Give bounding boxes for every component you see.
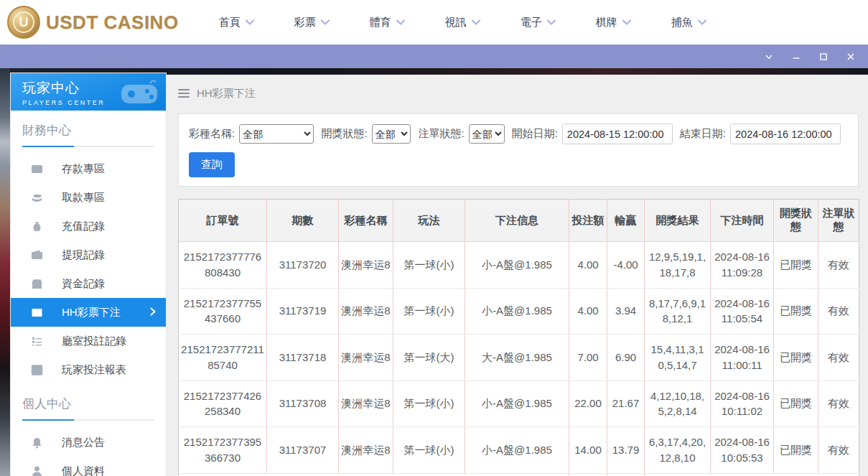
col-period: 期數 <box>267 200 339 242</box>
nav-item-home[interactable]: 首頁 <box>219 16 254 29</box>
table-cell: 2024-08-16 11:05:54 <box>711 288 774 335</box>
table-cell: 2152172377776808430 <box>179 242 267 289</box>
content-area: 玩家中心 PLAYERS CENTER 財務中心 存款專區 <box>0 68 868 476</box>
table-cell: 8,17,7,6,9,18,12,1 <box>645 288 711 335</box>
nav-item-fishing[interactable]: 捕魚 <box>671 16 706 29</box>
col-draw-result: 開獎結果 <box>645 200 711 242</box>
sidebar-item-label: HH彩票下注 <box>62 306 121 319</box>
chevron-right-icon <box>150 307 156 316</box>
nav-item-cards[interactable]: 棋牌 <box>596 16 631 29</box>
table-cell: 澳洲幸运8 <box>339 288 393 335</box>
table-body: 215217237777680843031173720澳洲幸运8第一球(小)小-… <box>179 242 859 474</box>
nav-label: 彩票 <box>294 16 316 29</box>
table-cell: 有效 <box>818 242 859 289</box>
table-row: 215217237742625834031173708澳洲幸运8第一球(小)小-… <box>179 381 859 427</box>
table-summary: 當前頁統計 51.00 42.30 總統計 51.00 42.30 <box>179 473 859 476</box>
nav-item-lottery[interactable]: 彩票 <box>294 16 330 29</box>
window-maximize-button[interactable] <box>818 51 829 62</box>
table-cell: 小-A盤@1.985 <box>465 242 569 289</box>
table-cell: 已開獎 <box>774 427 818 474</box>
table-cell: 已開獎 <box>774 381 818 427</box>
sidebar-item-room-bet-records[interactable]: 廳室投註記錄 <box>11 327 166 355</box>
table-cell: 4,12,10,18,5,2,8,14 <box>645 381 711 427</box>
bell-icon <box>31 437 43 449</box>
table-cell: 已開獎 <box>774 335 818 381</box>
report-chart-icon <box>31 364 43 376</box>
nav-item-slots[interactable]: 電子 <box>521 16 556 29</box>
maximize-icon <box>819 52 828 61</box>
table-cell: 2024-08-16 11:00:11 <box>711 335 774 381</box>
funds-icon <box>31 278 43 290</box>
table-row: 215217237777680843031173720澳洲幸运8第一球(小)小-… <box>179 242 859 289</box>
lottery-name-select[interactable]: 全部 <box>239 124 314 144</box>
table-cell: 大-A盤@1.985 <box>465 335 569 381</box>
table-cell: 31173708 <box>267 381 339 427</box>
table-cell: 13.79 <box>607 427 645 474</box>
end-date-input[interactable] <box>730 123 841 144</box>
table-cell: 已開獎 <box>774 288 818 335</box>
sidebar-item-label: 存款專區 <box>62 162 105 176</box>
person-icon <box>31 465 43 476</box>
sidebar-item-profile[interactable]: 個人資料 <box>11 457 166 476</box>
table-row: 215217237739536673031173707澳洲幸运8第一球(小)小-… <box>179 427 859 474</box>
sidebar-item-announcements[interactable]: 消息公告 <box>11 428 166 457</box>
sidebar-item-deposit[interactable]: 存款專區 <box>11 154 166 183</box>
sidebar-item-hh-lottery-bets[interactable]: HH彩票下注 <box>11 298 166 327</box>
section-label: 財務中心 <box>22 122 154 139</box>
sidebar-item-withdraw[interactable]: 取款專區 <box>11 183 166 212</box>
window-collapse-button[interactable] <box>763 51 775 62</box>
table-cell: 已開獎 <box>774 242 818 289</box>
main-nav: 首頁 彩票 體育 視訊 電子 棋牌 捕魚 <box>219 16 706 29</box>
window-minimize-button[interactable] <box>790 51 802 62</box>
summary-empty <box>645 473 859 476</box>
draw-status-select[interactable]: 全部 <box>372 124 411 144</box>
sidebar-item-player-bet-report[interactable]: 玩家投注報表 <box>11 355 166 384</box>
table-cell: 澳洲幸运8 <box>339 242 393 289</box>
chevron-down-icon <box>547 19 556 25</box>
sidebar-item-label: 玩家投注報表 <box>62 363 126 377</box>
table-cell: 6,3,17,4,20,12,8,10 <box>645 427 711 474</box>
col-order-status: 注單狀態 <box>818 200 859 242</box>
chevron-down-icon <box>698 19 706 25</box>
nav-item-sports[interactable]: 體育 <box>370 16 405 29</box>
section-label: 個人中心 <box>22 396 154 412</box>
window-close-button[interactable] <box>845 51 857 62</box>
nav-item-live[interactable]: 視訊 <box>445 16 480 29</box>
order-status-select[interactable]: 全部 <box>469 124 505 144</box>
sidebar-header: 玩家中心 PLAYERS CENTER <box>11 73 166 111</box>
nav-label: 捕魚 <box>671 16 693 29</box>
nav-label: 電子 <box>521 16 542 29</box>
table-cell: 澳洲幸运8 <box>339 427 393 474</box>
sidebar-item-label: 取款專區 <box>62 191 105 205</box>
sidebar-section-finance: 財務中心 <box>11 111 166 147</box>
table-cell: 2152172377755437660 <box>179 288 267 335</box>
summary-row-current-page: 當前頁統計 51.00 42.30 <box>179 473 859 476</box>
table-cell: 有效 <box>818 335 859 381</box>
col-play-type: 玩法 <box>393 200 465 242</box>
site-logo[interactable]: U USDT CASINO <box>7 6 179 39</box>
table-cell: 小-A盤@1.985 <box>465 288 569 335</box>
section-divider <box>22 419 154 421</box>
col-bet-info: 下注信息 <box>465 200 569 242</box>
table-cell: 15,4,11,3,10,5,14,7 <box>645 335 711 381</box>
table-cell: 小-A盤@1.985 <box>465 381 569 427</box>
close-icon <box>846 52 855 61</box>
sidebar-item-withdrawal-records[interactable]: 提現記錄 <box>11 241 166 269</box>
minimize-icon <box>792 52 801 61</box>
sidebar-item-recharge-records[interactable]: 充值記錄 <box>11 212 166 241</box>
search-button[interactable]: 查詢 <box>189 152 235 177</box>
menu-toggle-icon[interactable] <box>178 89 190 98</box>
col-order-number: 訂單號 <box>179 200 267 242</box>
table-cell: -4.00 <box>607 242 645 289</box>
filter-panel: 彩種名稱: 全部 開獎狀態: 全部 注單狀態: 全部 開始日期: 結束日期: 查… <box>178 113 859 187</box>
table-cell: 31173719 <box>267 288 339 335</box>
page-title: HH彩票下注 <box>197 87 256 101</box>
deposit-card-icon <box>31 163 43 175</box>
start-date-label: 開始日期: <box>512 127 558 141</box>
money-bag-icon <box>31 220 43 233</box>
sidebar-item-label: 資金記錄 <box>62 277 105 291</box>
sidebar-item-funds-records[interactable]: 資金記錄 <box>11 269 166 298</box>
table-cell: 6.90 <box>607 335 645 381</box>
table-cell: 2024-08-16 11:09:28 <box>711 242 774 289</box>
start-date-input[interactable] <box>562 123 673 144</box>
